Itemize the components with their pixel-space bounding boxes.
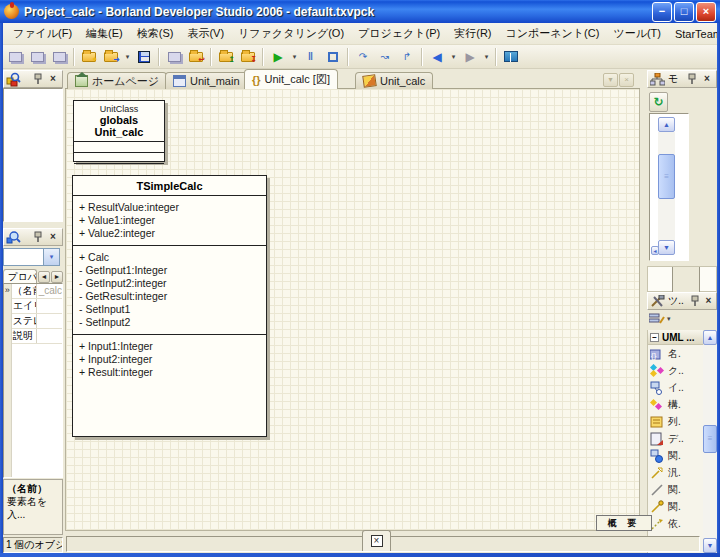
close-panel-icon[interactable]: × (703, 295, 714, 308)
scroll-up-button[interactable]: ▲ (658, 117, 675, 132)
palette-scrollbar-thumb[interactable] (703, 425, 717, 453)
tab-unit-calc[interactable]: Unit_calc (355, 72, 433, 89)
stop-button[interactable] (322, 47, 344, 67)
step-over-button[interactable]: ↝ (374, 47, 396, 67)
palette-scroll-down-button[interactable]: ▼ (703, 538, 717, 553)
tab-unit-main[interactable]: Unit_main (165, 72, 248, 89)
uml-method[interactable]: + Calc (73, 251, 266, 264)
pin-icon[interactable] (690, 295, 700, 307)
scrollbar-thumb[interactable] (658, 154, 675, 199)
menu-tools[interactable]: ツール(T) (606, 23, 668, 44)
uml-property[interactable]: + Result:integer (73, 366, 266, 379)
property-grid[interactable]: » （名前） _calc エイリアス ステレオタイプ 説明 (3, 283, 63, 478)
menu-refactoring[interactable]: リファクタリング(O) (231, 23, 351, 44)
palette-item-package[interactable]: {} 名. (648, 345, 703, 362)
trace-into-button[interactable]: ↷ (352, 47, 374, 67)
property-value[interactable] (37, 329, 62, 343)
palette-filter-icon[interactable] (649, 313, 665, 326)
property-grid-chevron[interactable]: » (4, 284, 12, 477)
uml-method[interactable]: - SetInput2 (73, 316, 266, 329)
pin-icon[interactable] (33, 231, 43, 243)
pause-button[interactable]: ‖ (300, 47, 322, 67)
uml-field[interactable]: + Value1:integer (73, 214, 266, 227)
menu-starteam[interactable]: StarTeam (668, 25, 720, 43)
tool-palette-header[interactable]: ツ.. × (647, 292, 717, 310)
help-button[interactable] (500, 47, 522, 67)
pin-icon[interactable] (687, 73, 697, 85)
palette-item-class[interactable]: ク.. (648, 362, 703, 379)
forward-dropdown[interactable]: ▾ (481, 47, 492, 67)
menu-file[interactable]: ファイル(F) (6, 23, 79, 44)
remove-from-project-button[interactable]: ↧ (237, 47, 259, 67)
menu-search[interactable]: 検索(S) (130, 23, 181, 44)
uml-tsimplecalc-box[interactable]: TSimpleCalc + ResultValue:integer + Valu… (72, 175, 267, 437)
close-panel-icon[interactable]: × (46, 231, 60, 244)
menu-view[interactable]: 表示(V) (180, 23, 231, 44)
add-to-project-button[interactable]: ↥ (215, 47, 237, 67)
uml-method[interactable]: - GetResult:integer (73, 290, 266, 303)
uml-unitclass-box[interactable]: UnitClass globals Unit_calc (73, 100, 165, 162)
palette-item-association[interactable]: 関. (648, 481, 703, 498)
property-row-alias[interactable]: エイリアス (12, 299, 62, 314)
palette-item-enumeration[interactable]: 列. (648, 413, 703, 430)
tab-home-page[interactable]: ホームページ (67, 72, 167, 89)
uml-property[interactable]: + Input1:Integer (73, 340, 266, 353)
close-panel-icon[interactable]: × (700, 73, 714, 86)
tab-close-button[interactable]: × (619, 73, 634, 87)
close-button[interactable]: × (696, 2, 716, 22)
menu-component[interactable]: コンポーネント(C) (499, 23, 607, 44)
model-view-panel-header[interactable]: × (3, 70, 63, 88)
diagram-canvas[interactable]: UnitClass globals Unit_calc TSimpleCalc … (65, 89, 640, 531)
run-dropdown[interactable]: ▾ (289, 47, 300, 67)
palette-item-association-end[interactable]: 関. (648, 498, 703, 515)
refresh-button[interactable]: ↻ (649, 92, 668, 112)
save-all-button[interactable] (163, 47, 185, 67)
minimize-button[interactable]: − (652, 2, 672, 22)
close-file-button[interactable]: ↩ (185, 47, 207, 67)
step-out-button[interactable]: ↱ (396, 47, 418, 67)
tab-scroll-right-button[interactable]: ► (51, 271, 63, 283)
uml-field[interactable]: + Value2:integer (73, 227, 266, 240)
diagram-page-tab[interactable] (362, 530, 391, 551)
property-row-description[interactable]: 説明 (12, 329, 62, 344)
property-row-name[interactable]: （名前） _calc (12, 284, 62, 299)
save-button[interactable] (133, 47, 155, 67)
tab-properties[interactable]: プロパティ (3, 269, 37, 283)
pin-icon[interactable] (33, 73, 43, 85)
collapse-icon[interactable]: − (650, 333, 659, 342)
tab-list-button[interactable]: ▾ (603, 73, 618, 87)
menu-edit[interactable]: 編集(E) (79, 23, 130, 44)
maximize-button[interactable]: □ (674, 2, 694, 22)
open-file-button[interactable]: ➜ (100, 47, 122, 67)
scroll-down-button[interactable]: ▼ (658, 240, 675, 255)
tab-scroll-left-button[interactable]: ◄ (38, 271, 50, 283)
palette-item-datatype[interactable]: デ.. (648, 430, 703, 447)
uml-method[interactable]: - SetInput1 (73, 303, 266, 316)
property-value[interactable] (37, 299, 62, 313)
uml-property[interactable]: + Input2:integer (73, 353, 266, 366)
new-items-button[interactable] (4, 47, 26, 67)
run-button[interactable]: ▶ (267, 47, 289, 67)
open-file-dropdown[interactable]: ▾ (122, 47, 133, 67)
palette-scroll-up-button[interactable]: ▲ (703, 330, 717, 345)
property-value[interactable] (37, 314, 62, 328)
save-as-button[interactable] (48, 47, 70, 67)
palette-item-structure[interactable]: 構. (648, 396, 703, 413)
palette-category-uml[interactable]: − UML ... (648, 330, 703, 345)
palette-item-association-class[interactable]: 関. (648, 447, 703, 464)
palette-item-dependency[interactable]: 依. (648, 515, 703, 532)
palette-item-interface[interactable]: イ.. (648, 379, 703, 396)
properties-panel-header[interactable]: × (3, 228, 63, 246)
new-file-button[interactable]: ✦ (78, 47, 100, 67)
model-overview-panel-header[interactable]: モ × (647, 70, 717, 88)
open-recent-button[interactable] (26, 47, 48, 67)
tab-unit-calc-diagram[interactable]: {} Unit_calc [図] (244, 69, 338, 89)
combobox-dropdown-icon[interactable]: ▾ (43, 249, 59, 265)
uml-method[interactable]: - GetInput2:integer (73, 277, 266, 290)
palette-item-generalization[interactable]: 汎. (648, 464, 703, 481)
title-bar[interactable]: Project_calc - Borland Developer Studio … (0, 0, 720, 23)
model-view-tree[interactable] (3, 88, 63, 222)
back-dropdown[interactable]: ▾ (448, 47, 459, 67)
scroll-left-button[interactable]: ◄ (651, 246, 659, 255)
menu-project[interactable]: プロジェクト(P) (351, 23, 447, 44)
